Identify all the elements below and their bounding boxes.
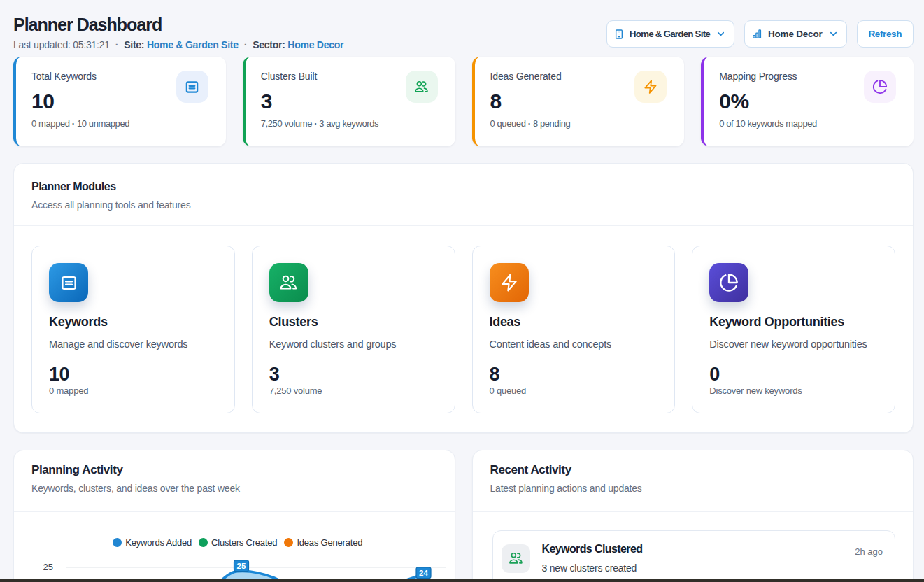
- svg-text:24: 24: [419, 569, 428, 577]
- svg-text:25: 25: [237, 562, 246, 570]
- svg-text:25: 25: [43, 562, 53, 572]
